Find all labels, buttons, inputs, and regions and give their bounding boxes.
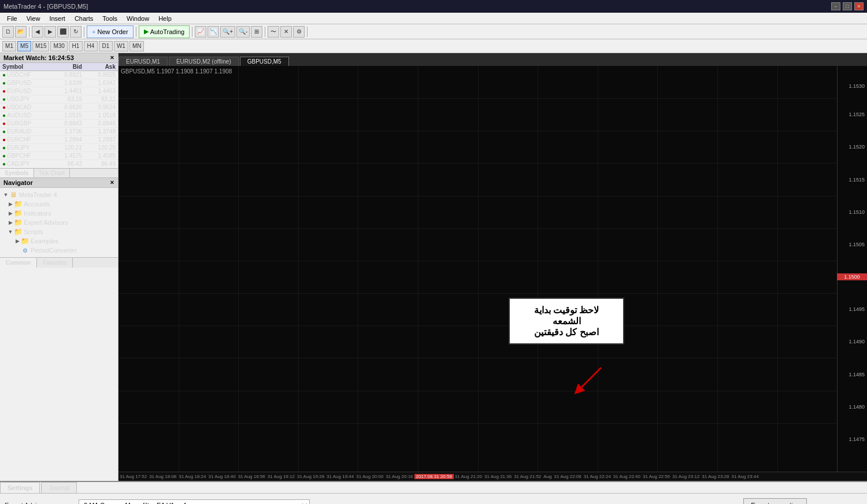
menu-window[interactable]: Window [122, 13, 154, 24]
expand-icon: ▶ [7, 210, 14, 216]
nav-tab-favorites[interactable]: Favorites [37, 258, 73, 268]
back-button[interactable]: ◀ [32, 26, 43, 38]
tab-symbols[interactable]: Symbols [0, 169, 34, 177]
stop-button[interactable]: ⬛ [57, 26, 69, 38]
minimize-button[interactable]: − [831, 2, 840, 10]
time-1840: 31 Aug 18:40 [207, 474, 236, 479]
nav-examples-label: Examples [31, 238, 58, 244]
grid-v8 [598, 66, 598, 472]
tf-d1[interactable]: D1 [99, 41, 113, 51]
chart-down-button[interactable]: 📉 [208, 26, 219, 38]
market-watch-row[interactable]: ●GBPCHF 1.4575 1.4585 [0, 152, 118, 160]
price-1520: 1.1520 [849, 144, 865, 150]
price-1485: 1.1485 [849, 372, 865, 377]
new-order-label: New Order [97, 28, 128, 35]
zoom-out-button[interactable]: 🔍- [236, 26, 250, 38]
autotrading-icon: ▶ [144, 28, 149, 35]
market-watch-row[interactable]: ●EURGBP 0.8843 0.8846 [0, 120, 118, 128]
grid-v9 [657, 66, 658, 472]
tab-eurusd-m1[interactable]: EURUSD,M1 [118, 57, 168, 66]
expert-properties-button[interactable]: Expert properties [743, 498, 807, 504]
tester-tab-settings[interactable]: Settings [0, 482, 40, 493]
nav-period-converter[interactable]: ⚙ PeriodConverter [0, 246, 118, 255]
time-1752: 31 Aug 17:52 [118, 474, 148, 479]
menu-charts[interactable]: Charts [70, 13, 98, 24]
mw-bid: 86.43 [51, 160, 84, 168]
time-2016: 31 Aug 20:16 [384, 474, 414, 479]
mw-bid: 0.8921 [51, 71, 84, 79]
chart-canvas[interactable]: GBPUSD,M5 1.1907 1.1908 1.1907 1.1908 [118, 66, 867, 472]
nav-metatrader4[interactable]: ▼ 🖥 MetaTrader 4 [0, 190, 118, 199]
nav-accounts[interactable]: ▶ 📁 Accounts [0, 199, 118, 209]
chart-up-button[interactable]: 📈 [195, 26, 206, 38]
mw-ask: 0.8925 [84, 71, 118, 79]
time-2328: 31 Aug 23:28 [701, 474, 730, 479]
nav-metatrader4-label: MetaTrader 4 [19, 191, 57, 198]
open-button[interactable]: 📂 [15, 26, 27, 38]
market-watch-row[interactable]: ●USDCAD 0.9620 0.9624 [0, 103, 118, 112]
grid-v3 [298, 66, 299, 472]
tf-m30[interactable]: M30 [50, 41, 67, 51]
navigator-close[interactable]: ✕ [110, 180, 114, 186]
settings-button[interactable]: ⚙ [293, 26, 305, 38]
market-watch-row[interactable]: ●AUDUSD 1.0515 1.0518 [0, 112, 118, 120]
mw-ask: 83.22 [84, 95, 118, 103]
folder-icon: 📁 [14, 218, 22, 227]
ea-select[interactable]: 2 MA Crosses Mega filter EA V1.ex4 [79, 499, 310, 504]
maximize-button[interactable]: □ [843, 2, 852, 10]
autotrading-button[interactable]: ▶ AutoTrading [139, 25, 190, 38]
zoom-in-button[interactable]: 🔍+ [220, 26, 235, 38]
market-watch-row[interactable]: ●EURAUD 1.3736 1.3748 [0, 128, 118, 136]
tf-w1[interactable]: W1 [114, 41, 128, 51]
market-watch-row[interactable]: ●EURJPY 120.21 120.25 [0, 144, 118, 152]
col-bid: Bid [51, 63, 84, 71]
tab-eurusd-m2[interactable]: EURUSD,M2 (offline) [169, 57, 239, 66]
remove-button[interactable]: ✕ [280, 26, 292, 38]
market-watch-close[interactable]: ✕ [110, 55, 114, 61]
market-watch-row[interactable]: ●USDJPY 83.19 83.22 [0, 95, 118, 103]
tf-m5[interactable]: M5 [17, 41, 31, 51]
menu-tools[interactable]: Tools [98, 13, 122, 24]
time-2136: 31 Aug 21:36 [483, 474, 513, 479]
menu-help[interactable]: Help [154, 13, 176, 24]
menu-file[interactable]: File [2, 13, 22, 24]
new-file-button[interactable]: 🗋 [2, 26, 14, 38]
indicators-button[interactable]: 〜 [268, 26, 279, 38]
market-watch-row[interactable]: ●USDCHF 0.8921 0.8925 [0, 71, 118, 79]
nav-expert-advisors[interactable]: ▶ 📁 Expert Advisors [0, 218, 118, 227]
chart-area: EURUSD,M1 EURUSD,M2 (offline) GBPUSD,M5 … [118, 53, 867, 481]
market-watch-row[interactable]: ●CADJPY 86.43 86.49 [0, 160, 118, 168]
ea-label: Expert Advisor: [5, 502, 74, 504]
tab-tick-chart[interactable]: Tick Chart [34, 169, 70, 177]
tf-m15[interactable]: M15 [32, 41, 49, 51]
forward-button[interactable]: ▶ [45, 26, 56, 38]
tester-tabs: Settings Journal [0, 482, 867, 494]
price-1525: 1.1525 [849, 112, 865, 117]
market-watch-row[interactable]: ●GBPUSD 1.6339 1.6342 [0, 79, 118, 87]
close-button[interactable]: ✕ [854, 2, 864, 10]
nav-indicators[interactable]: ▶ 📁 Indicators [0, 209, 118, 218]
expand-icon: ▶ [7, 201, 14, 207]
market-watch-row[interactable]: ●EURCHF 1.2894 1.2897 [0, 136, 118, 144]
menu-view[interactable]: View [22, 13, 45, 24]
market-watch-header: Market Watch: 16:24:53 ✕ [0, 53, 118, 63]
tf-mn[interactable]: MN [129, 41, 144, 51]
market-watch-row[interactable]: ●EURUSD 1.4451 1.4453 [0, 87, 118, 95]
new-order-button[interactable]: + New Order [87, 25, 134, 38]
nav-tab-common[interactable]: Common [0, 258, 37, 268]
time-2120: 31 Aug 21:20 [454, 474, 483, 479]
price-1475: 1.1475 [849, 436, 865, 442]
tf-m1[interactable]: M1 [2, 41, 16, 51]
tester-tab-journal[interactable]: Journal [41, 482, 77, 493]
refresh-button[interactable]: ↻ [70, 26, 81, 38]
nav-scripts[interactable]: ▼ 📁 Scripts [0, 227, 118, 236]
menu-insert[interactable]: Insert [45, 13, 70, 24]
mw-ask: 120.25 [84, 144, 118, 152]
properties-button[interactable]: ⊞ [251, 26, 262, 38]
chart-tabs: EURUSD,M1 EURUSD,M2 (offline) GBPUSD,M5 [118, 53, 867, 66]
tf-h4[interactable]: H4 [84, 41, 98, 51]
nav-examples[interactable]: ▶ 📁 Examples [0, 236, 118, 246]
tab-gbpusd-m5[interactable]: GBPUSD,M5 [240, 57, 289, 66]
tf-h1[interactable]: H1 [69, 41, 83, 51]
mw-bid: 1.3736 [51, 128, 84, 136]
